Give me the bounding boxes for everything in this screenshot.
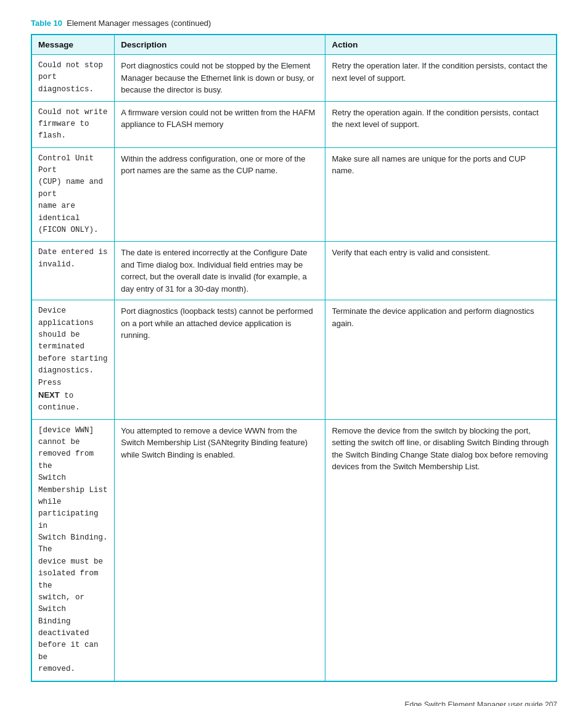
message-cell: Could not stop port diagnostics. — [31, 55, 115, 102]
table-row: Date entered is invalid.The date is ente… — [31, 242, 557, 300]
table-title: Table 10 Element Manager messages (conti… — [31, 18, 557, 28]
message-cell: [device WWN] cannot be removed from the … — [31, 419, 115, 681]
action-cell: Retry the operation later. If the condit… — [325, 55, 557, 102]
description-cell: A firmware version could not be written … — [115, 101, 325, 147]
table-row: [device WWN] cannot be removed from the … — [31, 419, 557, 681]
action-cell: Remove the device from the switch by blo… — [325, 419, 557, 681]
message-cell: Device applications should be terminated… — [31, 300, 115, 419]
table-row: Control Unit Port (CUP) name and port na… — [31, 147, 557, 242]
description-cell: Port diagnostics (loopback tests) cannot… — [115, 300, 325, 419]
table-row: Device applications should be terminated… — [31, 300, 557, 419]
table-header-row: Message Description Action — [31, 35, 557, 55]
message-cell: Date entered is invalid. — [31, 242, 115, 300]
table-row: Could not stop port diagnostics.Port dia… — [31, 55, 557, 102]
col-header-message: Message — [31, 35, 115, 55]
action-cell: Terminate the device application and per… — [325, 300, 557, 419]
col-header-description: Description — [115, 35, 325, 55]
main-table: Message Description Action Could not sto… — [31, 34, 557, 682]
description-cell: You attempted to remove a device WWN fro… — [115, 419, 325, 681]
description-cell: Port diagnostics could not be stopped by… — [115, 55, 325, 102]
description-cell: Within the address configuration, one or… — [115, 147, 325, 242]
footer: Edge Switch Element Manager user guide 2… — [31, 700, 557, 707]
action-cell: Make sure all names are unique for the p… — [325, 147, 557, 242]
table-label: Table 10 — [31, 18, 62, 28]
description-cell: The date is entered incorrectly at the C… — [115, 242, 325, 300]
table-title-text: Element Manager messages (continued) — [65, 18, 211, 28]
col-header-action: Action — [325, 35, 557, 55]
message-cell: Could not write firmware to flash. — [31, 101, 115, 147]
footer-text: Edge Switch Element Manager user guide 2… — [405, 700, 557, 707]
action-cell: Verify that each entry is valid and cons… — [325, 242, 557, 300]
table-row: Could not write firmware to flash.A firm… — [31, 101, 557, 147]
message-cell: Control Unit Port (CUP) name and port na… — [31, 147, 115, 242]
action-cell: Retry the operation again. If the condit… — [325, 101, 557, 147]
